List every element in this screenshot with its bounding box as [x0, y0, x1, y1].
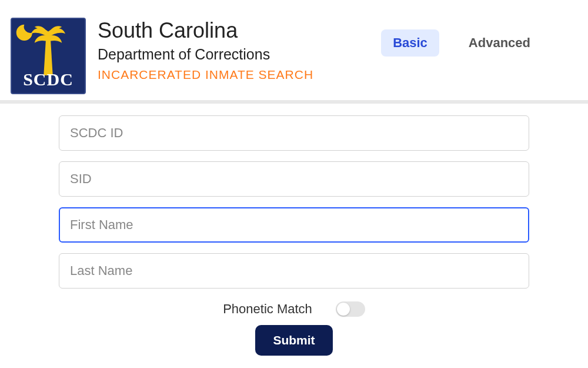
sid-field[interactable] [59, 161, 529, 197]
tab-basic[interactable]: Basic [381, 29, 439, 57]
tabs: Basic Advanced [381, 18, 577, 57]
phonetic-match-row: Phonetic Match [59, 301, 529, 317]
tab-advanced[interactable]: Advanced [457, 29, 542, 57]
scdc-id-field[interactable] [59, 115, 529, 151]
last-name-field[interactable] [59, 253, 529, 289]
page-subtitle: Department of Corrections [98, 46, 369, 63]
search-form: Phonetic Match Submit [0, 104, 588, 356]
scdc-logo: SCDC [11, 18, 86, 94]
phonetic-match-label: Phonetic Match [223, 301, 312, 317]
first-name-field[interactable] [59, 207, 529, 243]
page-tagline: INCARCERATED INMATE SEARCH [98, 68, 369, 82]
header: SCDC South Carolina Department of Correc… [0, 0, 588, 104]
phonetic-match-toggle[interactable] [336, 301, 365, 317]
toggle-knob [337, 303, 350, 316]
submit-button[interactable]: Submit [255, 325, 332, 356]
submit-row: Submit [59, 325, 529, 356]
title-group: South Carolina Department of Corrections… [98, 18, 369, 82]
logo-abbr: SCDC [23, 69, 74, 89]
page-title: South Carolina [98, 19, 369, 42]
